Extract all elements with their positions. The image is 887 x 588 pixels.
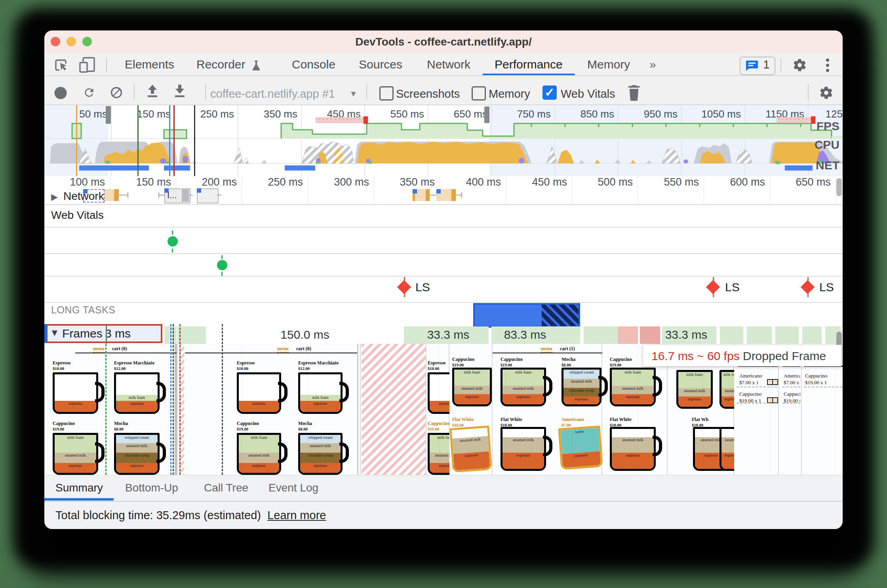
svg-text:750 ms: 750 ms [517,108,551,120]
svg-text:CPU: CPU [815,138,839,151]
svg-text:550 ms: 550 ms [390,108,424,120]
svg-text:650 ms: 650 ms [454,108,487,120]
svg-text:125: 125 [826,108,843,120]
svg-text:850 ms: 850 ms [581,108,614,120]
svg-text:1050 ms: 1050 ms [701,108,741,120]
svg-text:NET: NET [816,159,839,172]
svg-text:150 ms: 150 ms [137,108,171,120]
svg-text:250 ms: 250 ms [200,108,234,120]
svg-text:50 ms: 50 ms [79,108,107,120]
svg-text:350 ms: 350 ms [264,108,297,120]
svg-text:FPS: FPS [817,119,839,133]
svg-text:950 ms: 950 ms [644,108,678,120]
